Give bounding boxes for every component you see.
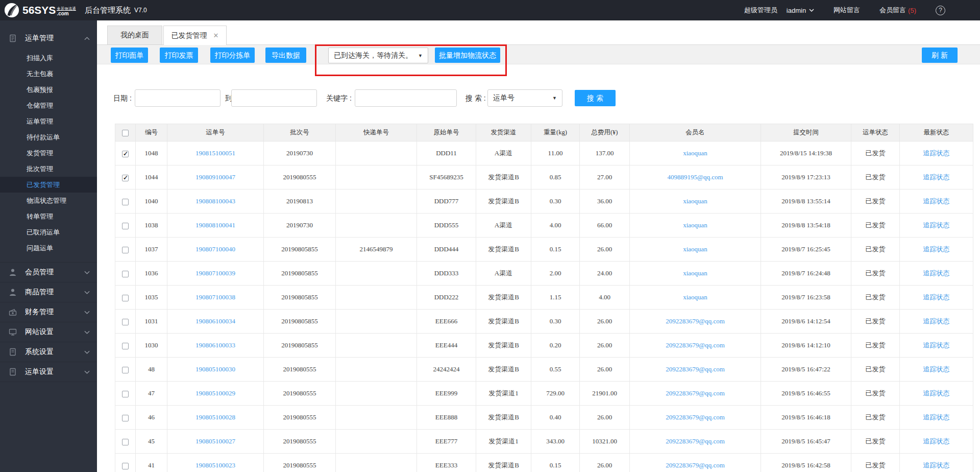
search-button[interactable]: 搜 索 bbox=[575, 90, 616, 106]
member-link[interactable]: 2092283679@qq.com bbox=[666, 461, 725, 469]
waybill-link[interactable]: 190806100034 bbox=[195, 317, 235, 325]
select-all-checkbox[interactable] bbox=[122, 130, 129, 136]
sidebar-item[interactable]: 运单管理 bbox=[0, 113, 97, 129]
member-link[interactable]: 2092283679@qq.com bbox=[666, 389, 725, 397]
waybill-link[interactable]: 190805100028 bbox=[195, 413, 235, 421]
member-link[interactable]: xiaoquan bbox=[683, 197, 707, 205]
row-checkbox[interactable] bbox=[122, 295, 129, 301]
waybill-link[interactable]: 190805100027 bbox=[195, 437, 235, 445]
user-menu[interactable]: iadmin bbox=[787, 7, 814, 14]
sidebar-item[interactable]: 已取消运单 bbox=[0, 224, 97, 240]
member-link[interactable]: xiaoquan bbox=[683, 245, 707, 253]
row-checkbox[interactable] bbox=[122, 271, 129, 277]
waybill-link[interactable]: 190805100029 bbox=[195, 389, 235, 397]
member-link[interactable]: xiaoquan bbox=[683, 149, 707, 157]
print-invoice-button[interactable]: 打印发票 bbox=[160, 48, 198, 63]
row-checkbox[interactable] bbox=[122, 319, 129, 325]
search-type-select[interactable]: 运单号 ▼ bbox=[487, 89, 562, 107]
row-checkbox[interactable] bbox=[122, 343, 129, 349]
track-link[interactable]: 追踪状态 bbox=[923, 413, 950, 421]
row-checkbox[interactable] bbox=[122, 415, 129, 421]
sidebar-section-3[interactable]: 财务管理 bbox=[0, 302, 97, 322]
export-data-button[interactable]: 导出数据 bbox=[265, 48, 306, 63]
sidebar-section-2[interactable]: 商品管理 bbox=[0, 282, 97, 302]
tab-active[interactable]: 已发货管理✕ bbox=[163, 26, 227, 45]
member-link[interactable]: 2092283679@qq.com bbox=[666, 317, 725, 325]
sidebar-section-5[interactable]: 系统设置 bbox=[0, 342, 97, 362]
waybill-link[interactable]: 190805100023 bbox=[195, 461, 235, 469]
sidebar-item[interactable]: 批次管理 bbox=[0, 161, 97, 177]
waybill-link[interactable]: 190815100051 bbox=[195, 149, 235, 157]
row-checkbox[interactable] bbox=[122, 247, 129, 253]
logistics-status-select[interactable]: 已到达海关，等待清关。 ▼ bbox=[328, 48, 428, 63]
sidebar-item[interactable]: 问题运单 bbox=[0, 240, 97, 256]
waybill-link[interactable]: 190806100033 bbox=[195, 341, 235, 349]
member-link[interactable]: 2092283679@qq.com bbox=[666, 413, 725, 421]
waybill-link[interactable]: 190805100030 bbox=[195, 365, 235, 373]
sidebar-item[interactable]: 物流状态管理 bbox=[0, 193, 97, 208]
row-checkbox[interactable] bbox=[122, 199, 129, 205]
track-link[interactable]: 追踪状态 bbox=[923, 221, 950, 229]
sidebar-section-0[interactable]: 运单管理 bbox=[0, 29, 97, 48]
track-link[interactable]: 追踪状态 bbox=[923, 437, 950, 445]
close-tab-icon[interactable]: ✕ bbox=[213, 32, 219, 39]
track-link[interactable]: 追踪状态 bbox=[923, 197, 950, 205]
row-checkbox[interactable] bbox=[122, 463, 129, 469]
sidebar-item[interactable]: 转单管理 bbox=[0, 208, 97, 224]
print-sorting-button[interactable]: 打印分拣单 bbox=[210, 48, 255, 63]
sidebar-item[interactable]: 扫描入库 bbox=[0, 50, 97, 66]
print-label-button[interactable]: 打印面单 bbox=[111, 48, 148, 63]
sidebar-item[interactable]: 无主包裹 bbox=[0, 66, 97, 82]
keyword-input[interactable] bbox=[355, 89, 457, 107]
sidebar-section-4[interactable]: 网站设置 bbox=[0, 322, 97, 342]
row-checkbox[interactable] bbox=[122, 175, 129, 181]
refresh-button[interactable]: 刷 新 bbox=[922, 48, 958, 63]
cell-status: 已发货 bbox=[851, 190, 900, 214]
member-link[interactable]: 409889195@qq.com bbox=[667, 173, 723, 181]
track-link[interactable]: 追踪状态 bbox=[923, 389, 950, 397]
waybill-link[interactable]: 190808100043 bbox=[195, 197, 235, 205]
track-link[interactable]: 追踪状态 bbox=[923, 317, 950, 325]
member-link[interactable]: xiaoquan bbox=[683, 269, 707, 277]
track-link[interactable]: 追踪状态 bbox=[923, 149, 950, 157]
waybill-link[interactable]: 190808100041 bbox=[195, 221, 235, 229]
site-messages-link[interactable]: 网站留言 bbox=[834, 6, 860, 15]
date-from-input[interactable] bbox=[135, 89, 220, 107]
row-checkbox[interactable] bbox=[122, 223, 129, 229]
sidebar-item[interactable]: 待付款运单 bbox=[0, 129, 97, 145]
track-link[interactable]: 追踪状态 bbox=[923, 341, 950, 349]
member-link[interactable]: 2092283679@qq.com bbox=[666, 437, 725, 445]
waybill-link[interactable]: 190807100039 bbox=[195, 269, 235, 277]
track-link[interactable]: 追踪状态 bbox=[923, 173, 950, 181]
member-link[interactable]: 2092283679@qq.com bbox=[666, 365, 725, 373]
sidebar-section-6[interactable]: 运单设置 bbox=[0, 362, 97, 382]
track-link[interactable]: 追踪状态 bbox=[923, 293, 950, 301]
row-checkbox[interactable] bbox=[122, 439, 129, 445]
track-link[interactable]: 追踪状态 bbox=[923, 245, 950, 253]
sidebar-item[interactable]: 发货管理 bbox=[0, 145, 97, 161]
sidebar-item[interactable]: 已发货管理 bbox=[0, 177, 97, 193]
batch-add-status-button[interactable]: 批量增加物流状态 bbox=[435, 48, 500, 63]
track-link[interactable]: 追踪状态 bbox=[923, 461, 950, 469]
cell-status: 已发货 bbox=[851, 166, 900, 190]
track-link[interactable]: 追踪状态 bbox=[923, 269, 950, 277]
row-checkbox[interactable] bbox=[122, 391, 129, 397]
member-link[interactable]: 2092283679@qq.com bbox=[666, 341, 725, 349]
waybill-link[interactable]: 190807100038 bbox=[195, 293, 235, 301]
member-messages-link[interactable]: 会员留言 (5) bbox=[879, 6, 916, 15]
sidebar-item[interactable]: 包裹预报 bbox=[0, 82, 97, 98]
cell-member: xiaoquan bbox=[630, 262, 761, 286]
help-icon[interactable]: ? bbox=[936, 6, 945, 15]
track-link[interactable]: 追踪状态 bbox=[923, 365, 950, 373]
tab-0[interactable]: 我的桌面 bbox=[107, 26, 162, 45]
waybill-link[interactable]: 190807100040 bbox=[195, 245, 235, 253]
date-to-input[interactable] bbox=[231, 89, 317, 107]
sidebar-section-1[interactable]: 会员管理 bbox=[0, 263, 97, 282]
cell-waybill: 190809100047 bbox=[167, 166, 264, 190]
member-link[interactable]: xiaoquan bbox=[683, 293, 707, 301]
sidebar-item[interactable]: 仓储管理 bbox=[0, 98, 97, 113]
row-checkbox[interactable] bbox=[122, 151, 129, 157]
member-link[interactable]: xiaoquan bbox=[683, 221, 707, 229]
row-checkbox[interactable] bbox=[122, 367, 129, 373]
waybill-link[interactable]: 190809100047 bbox=[195, 173, 235, 181]
